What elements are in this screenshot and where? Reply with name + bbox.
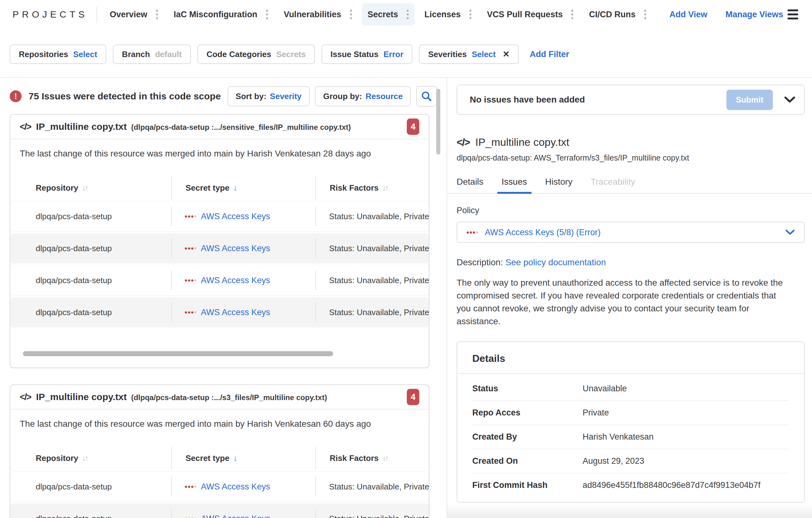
secret-type-link[interactable]: AWS Access Keys — [201, 482, 270, 492]
resource-path: dlpqa/pcs-data-setup: AWS_Terraform/s3_f… — [457, 153, 805, 162]
sort-both-icon[interactable]: ↓↑ — [82, 184, 88, 192]
error-count-icon: ! — [10, 90, 22, 102]
secret-dots-icon — [185, 279, 196, 281]
resource-card-header[interactable]: </> IP_multiline copy.txt (dlpqa/pcs-dat… — [10, 385, 429, 410]
chevron-down-icon[interactable] — [784, 96, 795, 103]
resource-card-header[interactable]: </> IP_multiline copy.txt (dlpqa/pcs-dat… — [10, 115, 429, 139]
sort-by-control[interactable]: Sort by: Severity — [228, 86, 310, 106]
secret-type-link[interactable]: AWS Access Keys — [201, 514, 270, 518]
sort-descending-icon[interactable]: ↓ — [233, 183, 237, 193]
column-header-secret-type[interactable]: Secret type↓ — [171, 446, 315, 470]
group-by-label: Group by: — [323, 91, 362, 101]
repository-cell: dlpqa/pcs-data-setup — [10, 265, 171, 295]
secret-type-cell: AWS Access Keys — [171, 233, 315, 264]
column-header-risk-factors[interactable]: Risk Factors↓↑ — [315, 176, 429, 199]
kebab-menu-icon[interactable] — [406, 8, 410, 20]
column-header-secret-type[interactable]: Secret type↓ — [171, 176, 315, 199]
repository-cell: dlpqa/pcs-data-setup — [10, 233, 171, 264]
filter-value[interactable]: Select — [73, 50, 97, 59]
sort-both-icon[interactable]: ↓↑ — [82, 454, 88, 463]
filter-repositories[interactable]: Repositories Select — [10, 45, 106, 64]
secret-type-link[interactable]: AWS Access Keys — [201, 244, 270, 253]
table-row[interactable]: dlpqa/pcs-data-setup AWS Access Keys Sta… — [10, 233, 429, 264]
remove-filter-icon[interactable]: ✕ — [503, 49, 510, 59]
column-header-repository[interactable]: Repository↓↑ — [10, 176, 171, 199]
filter-value[interactable]: default — [155, 50, 182, 59]
nav-tab-secrets[interactable]: Secrets — [362, 3, 415, 25]
nav-tab-licenses[interactable]: Licenses — [419, 3, 477, 25]
kebab-menu-icon[interactable] — [349, 8, 353, 20]
filter-code-categories[interactable]: Code Categories Secrets — [198, 45, 315, 64]
description-line: Description: See policy documentation — [457, 257, 805, 268]
issue-count-badge: 4 — [407, 118, 419, 135]
filter-value[interactable]: Secrets — [277, 50, 306, 59]
horizontal-scrollbar[interactable] — [23, 351, 333, 356]
nav-tab-vcs-pull-requests[interactable]: VCS Pull Requests — [482, 3, 579, 25]
hamburger-menu-icon[interactable] — [786, 7, 800, 21]
kebab-menu-icon[interactable] — [570, 8, 575, 20]
table-row[interactable]: dlpqa/pcs-data-setup AWS Access Keys Sta… — [10, 201, 429, 231]
nav-tab-overview[interactable]: Overview — [104, 3, 164, 25]
risk-factors-cell: Status: Unavailable, Private, Last Modif… — [315, 297, 429, 327]
table-row[interactable]: dlpqa/pcs-data-setup AWS Access Keys Sta… — [10, 503, 429, 518]
filter-branch[interactable]: Branch default — [113, 45, 191, 64]
resource-card: </> IP_multiline copy.txt (dlpqa/pcs-dat… — [10, 384, 429, 518]
kebab-menu-icon[interactable] — [468, 8, 472, 20]
details-card-title: Details — [457, 342, 804, 374]
table-row[interactable]: dlpqa/pcs-data-setup AWS Access Keys Sta… — [10, 297, 429, 327]
column-header-repository[interactable]: Repository↓↑ — [10, 446, 171, 470]
column-header-risk-factors[interactable]: Risk Factors↓↑ — [315, 446, 429, 470]
detail-row-repo-access: Repo Acces Private — [472, 401, 789, 425]
detail-row-first-commit-hash: First Commit Hash ad8496e455f1fb88480c96… — [472, 473, 789, 497]
kebab-menu-icon[interactable] — [265, 8, 269, 20]
add-view-button[interactable]: Add View — [669, 10, 707, 20]
secret-type-cell: AWS Access Keys — [171, 297, 315, 327]
sort-both-icon[interactable]: ↓↑ — [382, 184, 388, 192]
group-by-value[interactable]: Resource — [366, 91, 403, 101]
nav-tabs: Overview IaC Misconfiguration Vulnerabil… — [104, 3, 656, 25]
vertical-scrollbar[interactable] — [436, 89, 440, 155]
submit-button[interactable]: Submit — [726, 90, 773, 110]
nav-tab-cicd-runs[interactable]: CI/CD Runs — [583, 3, 652, 25]
details-rows: Status Unavailable Repo Acces Private Cr… — [457, 374, 804, 502]
table-row[interactable]: dlpqa/pcs-data-setup AWS Access Keys Sta… — [10, 471, 429, 502]
search-button[interactable] — [416, 86, 437, 107]
projects-logo: PROJECTS — [12, 9, 88, 20]
detail-label: Status — [472, 384, 583, 393]
secret-type-link[interactable]: AWS Access Keys — [201, 308, 270, 317]
details-card: Details Status Unavailable Repo Acces Pr… — [457, 342, 805, 502]
sort-descending-icon[interactable]: ↓ — [233, 454, 237, 463]
nav-tab-label: Overview — [110, 10, 147, 20]
filter-value[interactable]: Select — [472, 50, 496, 59]
kebab-menu-icon[interactable] — [155, 8, 159, 20]
nav-tab-vulnerabilities[interactable]: Vulnerabilities — [278, 3, 357, 25]
nav-tab-iac-misconfiguration[interactable]: IaC Misconfiguration — [168, 3, 273, 25]
tab-issues[interactable]: Issues — [502, 177, 527, 193]
filter-label: Severities — [428, 50, 467, 59]
filter-severities[interactable]: Severities Select ✕ — [419, 45, 519, 64]
tab-details[interactable]: Details — [457, 177, 484, 193]
add-filter-button[interactable]: Add Filter — [530, 50, 569, 59]
kebab-menu-icon[interactable] — [643, 8, 647, 20]
policy-label: Policy — [457, 206, 805, 215]
sort-both-icon[interactable]: ↓↑ — [382, 454, 388, 463]
repository-cell: dlpqa/pcs-data-setup — [10, 503, 171, 518]
filter-issue-status[interactable]: Issue Status Error — [322, 45, 413, 64]
sort-by-value[interactable]: Severity — [270, 91, 301, 101]
manage-views-button[interactable]: Manage Views — [725, 10, 783, 20]
filter-value[interactable]: Error — [384, 50, 404, 59]
policy-dropdown[interactable]: AWS Access Keys (5/8) (Error) — [457, 222, 805, 243]
code-file-icon: </> — [20, 392, 31, 402]
tab-history[interactable]: History — [545, 177, 573, 193]
secret-type-link[interactable]: AWS Access Keys — [201, 276, 270, 285]
issues-table: Repository↓↑ Secret type↓ Risk Factors↓↑… — [10, 446, 429, 518]
repository-cell: dlpqa/pcs-data-setup — [10, 297, 171, 327]
policy-documentation-link[interactable]: See policy documentation — [505, 257, 606, 267]
filter-label: Branch — [122, 50, 150, 59]
table-row[interactable]: dlpqa/pcs-data-setup AWS Access Keys Sta… — [10, 265, 429, 295]
code-file-icon: </> — [457, 136, 470, 148]
filter-bar: Repositories Select Branch default Code … — [0, 29, 812, 77]
group-by-control[interactable]: Group by: Resource — [315, 86, 411, 106]
detail-value: ad8496e455f1fb88480c96e87d7c4f9913e04b7f — [583, 480, 789, 490]
secret-type-link[interactable]: AWS Access Keys — [201, 212, 270, 221]
